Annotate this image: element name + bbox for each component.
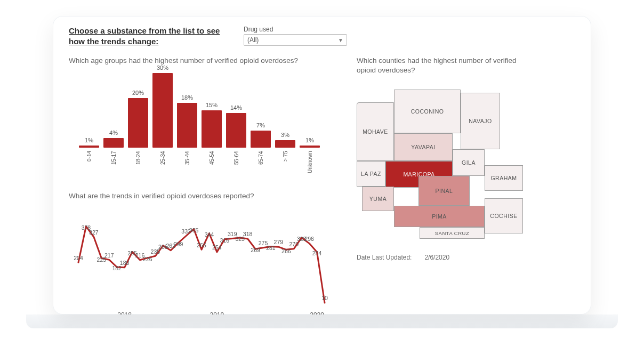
bar-category-label: > 75	[283, 151, 288, 177]
line-x-tick: 2020	[310, 311, 324, 314]
bar-value-label: 7%	[256, 122, 265, 128]
bar-chart-title: Which age groups had the highest number …	[69, 56, 330, 66]
bar-Unknown[interactable]: 1%Unknown	[299, 137, 320, 178]
bar-15-17[interactable]: 4%15-17	[103, 130, 124, 178]
bar-value-label: 20%	[132, 90, 144, 96]
bar-rect	[251, 131, 271, 148]
bar-value-label: 1%	[305, 137, 314, 143]
bar-value-label: 1%	[85, 137, 93, 143]
county-lapaz[interactable]: LA PAZ	[357, 161, 385, 187]
bar-rect	[177, 103, 197, 148]
bar-35-44[interactable]: 18%35-44	[176, 94, 198, 177]
filter-label: Drug used	[244, 26, 347, 33]
bar-value-label: 15%	[206, 102, 218, 108]
bar-category-label: 65-74	[258, 151, 264, 177]
county-navajo[interactable]: NAVAJO	[461, 93, 500, 149]
county-coconino[interactable]: COCONINO	[394, 90, 461, 133]
bar-> 75[interactable]: 3%> 75	[275, 132, 296, 177]
bar-rect	[275, 140, 295, 148]
bar-65-74[interactable]: 7%65-74	[250, 122, 271, 178]
bar-category-label: 25-34	[160, 151, 166, 177]
bar-55-64[interactable]: 14%55-64	[226, 104, 247, 177]
bar-rect	[103, 138, 124, 148]
line-chart-title: What are the trends in verified opioid o…	[69, 191, 330, 201]
updated-label: Date Last Updated:	[357, 254, 412, 261]
bar-value-label: 3%	[281, 132, 289, 138]
bar-rect	[226, 113, 246, 148]
bar-rect	[128, 98, 148, 148]
county-yavapai[interactable]: YAVAPAI	[394, 133, 453, 161]
arizona-county-map: MOHAVE COCONINO NAVAJO YAVAPAI LA PAZ MA…	[357, 90, 543, 244]
drug-filter-dropdown[interactable]: (All) ▼	[244, 34, 347, 46]
bar-25-34[interactable]: 30%25-34	[152, 64, 173, 177]
bar-value-label: 30%	[157, 64, 168, 71]
county-pinal[interactable]: PINAL	[418, 176, 470, 206]
county-santacruz[interactable]: SANTA CRUZ	[420, 227, 485, 239]
line-svg	[69, 207, 330, 314]
trend-line-chart: 2043783272252171821802552162262352852622…	[69, 207, 330, 314]
updated-value: 2/6/2020	[424, 254, 449, 261]
device-base	[26, 314, 618, 328]
county-graham[interactable]: GRAHAM	[485, 165, 523, 191]
county-cochise[interactable]: COCHISE	[485, 198, 523, 233]
county-mohave[interactable]: MOHAVE	[357, 102, 394, 161]
bar-category-label: 55-64	[234, 151, 239, 177]
bar-rect	[79, 146, 99, 148]
county-gila[interactable]: GILA	[453, 149, 485, 176]
bar-value-label: 14%	[230, 104, 242, 111]
bar-18-24[interactable]: 20%18-24	[127, 90, 149, 177]
bar-rect	[152, 73, 173, 148]
bar-category-label: 45-54	[209, 151, 215, 177]
county-pima[interactable]: PIMA	[394, 206, 485, 227]
line-x-tick: 2018	[117, 311, 132, 314]
bar-rect	[300, 146, 320, 148]
bar-rect	[202, 110, 222, 148]
line-x-tick: 2019	[210, 311, 224, 314]
bar-value-label: 4%	[109, 130, 118, 136]
bar-value-label: 18%	[181, 94, 193, 101]
chevron-down-icon: ▼	[338, 37, 343, 43]
map-chart-title: Which counties had the highest number of…	[357, 56, 533, 76]
drug-filter-value: (All)	[247, 36, 259, 44]
bar-category-label: 15-17	[111, 151, 117, 177]
bar-category-label: 18-24	[135, 151, 141, 177]
bar-0-14[interactable]: 1%0-14	[78, 137, 100, 178]
bar-category-label: 0-14	[86, 151, 92, 177]
dashboard-frame: Choose a substance from the list to see …	[53, 16, 591, 314]
age-bar-chart: 1%0-144%15-1720%18-2430%25-3418%35-4415%…	[69, 71, 330, 177]
instruction-text: Choose a substance from the list to see …	[69, 26, 234, 47]
bar-category-label: Unknown	[307, 151, 313, 177]
county-yuma[interactable]: YUMA	[362, 187, 394, 211]
bar-category-label: 35-44	[184, 151, 190, 177]
bar-45-54[interactable]: 15%45-54	[201, 102, 222, 177]
